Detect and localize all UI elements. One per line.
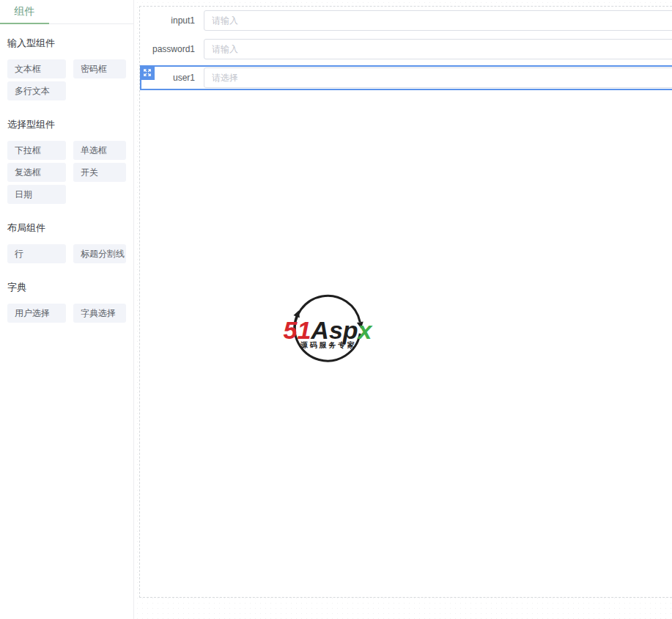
sidebar-item-user-select[interactable]: 用户选择	[7, 304, 66, 323]
tab-components[interactable]: 组件	[0, 0, 49, 24]
sidebar-item-textarea[interactable]: 多行文本	[7, 81, 66, 100]
51aspx-logo: 51Aspx 源 码 服 务 专 家	[279, 279, 376, 365]
move-arrows-icon	[143, 68, 152, 77]
sidebar-item-title-divider[interactable]: 标题分割线	[73, 244, 126, 263]
sidebar-item-password[interactable]: 密码框	[73, 59, 126, 78]
palette-tab-bar: 组件	[0, 0, 133, 24]
sidebar-item-date[interactable]: 日期	[7, 185, 66, 204]
sidebar-item-checkbox[interactable]: 复选框	[7, 163, 66, 182]
form-design-canvas[interactable]: input1 password1	[139, 6, 672, 598]
section-layout-components: 布局组件 行 标题分割线	[7, 221, 126, 263]
input1-text-input[interactable]	[204, 10, 672, 31]
section-input-components: 输入型组件 文本框 密码框 多行文本	[7, 37, 126, 100]
section-title-layout: 布局组件	[7, 221, 126, 235]
brand-tagline: 源 码 服 务 专 家	[300, 341, 355, 349]
form-field-user1[interactable]: user1	[140, 65, 672, 90]
circular-arrows-icon	[295, 296, 360, 361]
section-title-dictionary: 字典	[7, 281, 126, 294]
component-palette-sidebar: 组件 输入型组件 文本框 密码框 多行文本 选择型组件 下拉框 单选框 复选框 …	[0, 0, 134, 619]
brand-x: x	[357, 316, 374, 344]
sidebar-item-textbox[interactable]: 文本框	[7, 59, 66, 78]
section-title-input: 输入型组件	[7, 37, 126, 50]
section-title-select: 选择型组件	[7, 118, 126, 131]
section-dictionary: 字典 用户选择 字典选择	[7, 281, 126, 323]
section-select-components: 选择型组件 下拉框 单选框 复选框 开关 日期	[7, 118, 126, 204]
field-label-password1: password1	[142, 44, 204, 54]
designer-main-area: input1 password1	[135, 0, 672, 619]
sidebar-item-switch[interactable]: 开关	[73, 163, 126, 182]
sidebar-item-dropdown[interactable]: 下拉框	[7, 141, 66, 160]
sidebar-item-row[interactable]: 行	[7, 244, 66, 263]
field-label-input1: input1	[142, 15, 204, 26]
sidebar-item-radio[interactable]: 单选框	[73, 141, 126, 160]
user1-select-input[interactable]	[204, 67, 672, 88]
brand-51: 51	[284, 316, 311, 344]
svg-text:51Aspx: 51Aspx	[284, 316, 374, 344]
password1-text-input[interactable]	[204, 39, 672, 59]
form-field-password1[interactable]: password1	[140, 37, 672, 62]
form-field-input1[interactable]: input1	[140, 8, 672, 33]
sidebar-item-dict-select[interactable]: 字典选择	[73, 304, 126, 323]
drag-handle[interactable]	[140, 65, 155, 80]
brand-asp: Asp	[310, 316, 358, 344]
